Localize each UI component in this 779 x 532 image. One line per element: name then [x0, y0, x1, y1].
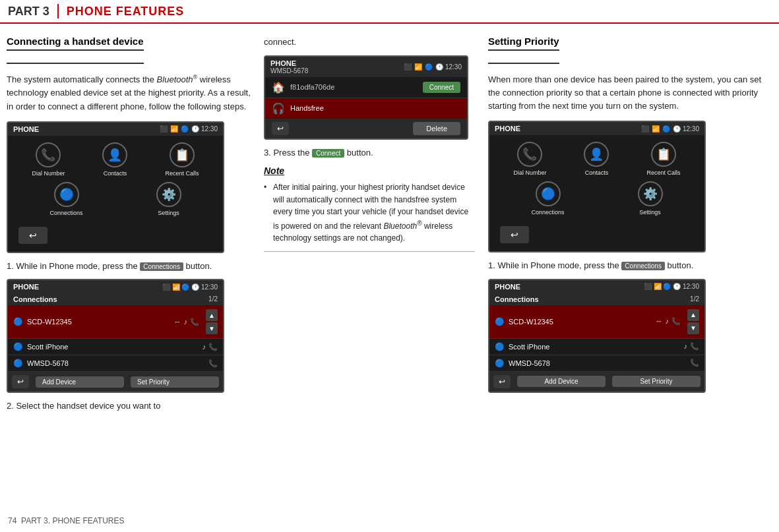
handsfree-label: Handsfree [290, 104, 460, 112]
add-device-button-1[interactable]: Add Device [36, 376, 124, 388]
phone-screen-1: PHONE ⬛ 📶 🔵 🕐 12:30 📞 Dial Number 👤 Cont… [7, 121, 224, 253]
step-2-text: 2. Select the handset device you want to [7, 399, 251, 413]
device-name-5-2: Scott iPhone [509, 343, 680, 351]
bt-icon-5-1: 🔵 [495, 317, 505, 326]
right-body-text: When more than one device has been paire… [488, 73, 772, 113]
right-section-heading: Setting Priority [488, 36, 559, 51]
right-step-1-text: 1. While in Phone mode, press the Connec… [488, 259, 772, 272]
settings-icon-item-4: ⚙️ Settings [638, 181, 663, 216]
phone-bottom-row-1: 🔵 Connections ⚙️ Settings [8, 179, 223, 222]
phone-icon-row-4: 📞 Dial Number 👤 Contacts 📋 Recent Calls [489, 135, 704, 179]
device-name-5-3: WMSD-5678 [509, 359, 686, 367]
settings-icon: ⚙️ [156, 182, 181, 207]
connections-list-5: 🔵 SCD-W12345 ↔♪📞 ▲ ▼ 🔵 Scott iPhone ♪ [489, 305, 704, 372]
header-divider [57, 4, 59, 18]
connections-topbar-5: PHONE ⬛ 📶 🔵 🕐 12:30 [489, 280, 704, 293]
connections-back-button-5[interactable]: ↩ [493, 375, 511, 388]
page-footer: 74 PART 3. PHONE FEATURES [8, 516, 125, 525]
bt-icon-5-3: 🔵 [495, 359, 505, 368]
set-priority-button-1[interactable]: Set Priority [131, 376, 219, 388]
connect-back-button[interactable]: ↩ [272, 122, 289, 135]
delete-button[interactable]: Delete [413, 122, 460, 135]
connections-bottom-bar-5: ↩ Add Device Set Priority [489, 372, 704, 392]
recent-calls-icon-item-4: 📋 Recent Calls [646, 142, 680, 176]
scroll-up-5[interactable]: ▲ [687, 309, 699, 321]
center-column: connect. PHONE WMSD-5678 ⬛📶🔵🕐 12:30 🏠 f8… [257, 36, 482, 419]
set-priority-button-5[interactable]: Set Priority [612, 376, 701, 387]
handsfree-row: 🎧 Handsfree [265, 98, 467, 119]
connect-badge: Connect [312, 149, 344, 158]
scroll-down-5[interactable]: ▼ [687, 322, 699, 334]
phone-bottom-row-4: 🔵 Connections ⚙️ Settings [489, 179, 704, 221]
settings-icon-4: ⚙️ [638, 181, 663, 206]
recent-calls-icon-4: 📋 [651, 142, 676, 167]
home-icon: 🏠 [272, 81, 285, 94]
phone-back-button-1: ↩ [18, 227, 47, 244]
phone-topbar-4: PHONE ⬛📶🔵🕐 12:30 [489, 122, 704, 135]
right-column: Setting Priority When more than one devi… [482, 36, 772, 419]
step-1-text: 1. While in Phone mode, press the Connec… [7, 260, 251, 273]
recent-calls-icon: 📋 [170, 142, 195, 167]
left-body-text: The system automatically connects the Bl… [7, 73, 251, 113]
phone-screen-2: PHONE ⬛ 📶 🔵 🕐 12:30 Connections 1/2 🔵 SC… [7, 279, 224, 393]
device-name-3: WMSD-5678 [27, 359, 204, 367]
dial-number-icon-item: 📞 Dial Number [32, 142, 65, 177]
connections-bottom-bar-1: ↩ Add Device Set Priority [8, 372, 223, 392]
bt-icon-1: 🔵 [13, 317, 23, 326]
note-item: After initial pairing, your highest prio… [264, 181, 475, 245]
dial-number-icon-item-4: 📞 Dial Number [513, 142, 546, 176]
connections-icon-4: 🔵 [536, 181, 561, 206]
bt-icon-5-2: 🔵 [495, 342, 505, 351]
device-icons-1: ↔♪📞 [174, 318, 200, 326]
device-icons-5-2: ♪📞 [684, 342, 700, 351]
bt-icon-3: 🔵 [13, 359, 23, 368]
device-icons-5-3: 📞 [690, 359, 699, 367]
dial-number-icon: 📞 [36, 142, 61, 167]
scroll-up-1[interactable]: ▲ [206, 309, 218, 321]
connections-icon-item-1: 🔵 Connections [49, 182, 82, 216]
main-content: Connecting a handset device The system a… [0, 24, 779, 426]
connections-icon-item-4: 🔵 Connections [531, 181, 564, 216]
step-3-text: 3. Press the Connect button. [264, 146, 475, 160]
recent-calls-icon-item: 📋 Recent Calls [165, 142, 199, 177]
phone-screen-3: PHONE WMSD-5678 ⬛📶🔵🕐 12:30 🏠 f81odfa706d… [264, 55, 468, 140]
connections-badge-1: Connections [140, 262, 183, 271]
device-name-2: Scott iPhone [27, 343, 199, 351]
scroll-arrows-5: ▲ ▼ [687, 309, 699, 335]
phone-back-button-4: ↩ [500, 226, 529, 243]
bt-icon-2: 🔵 [13, 342, 23, 351]
device-name-1: SCD-W12345 [27, 318, 170, 326]
connect-intro-text: connect. [264, 36, 475, 49]
contacts-icon-item-4: 👤 Contacts [584, 142, 609, 176]
scroll-arrows-1: ▲ ▼ [206, 309, 218, 335]
note-section: Note After initial pairing, your highest… [264, 165, 475, 252]
device-name-5-1: SCD-W12345 [509, 318, 652, 326]
connections-badge-2: Connections [621, 262, 665, 270]
connections-topbar: PHONE ⬛ 📶 🔵 🕐 12:30 [8, 280, 223, 293]
scroll-down-1[interactable]: ▼ [206, 322, 218, 334]
device-icons-3: 📞 [208, 359, 218, 368]
left-column: Connecting a handset device The system a… [7, 36, 257, 419]
connections-icon: 🔵 [54, 182, 79, 207]
page-header: PART 3 PHONE FEATURES [0, 0, 779, 24]
dial-number-icon-4: 📞 [517, 142, 542, 167]
connections-back-button[interactable]: ↩ [12, 375, 29, 388]
phone-screen-5: PHONE ⬛ 📶 🔵 🕐 12:30 Connections 1/2 🔵 SC… [488, 279, 706, 393]
connect-button[interactable]: Connect [423, 82, 460, 93]
header-part: PART 3 [8, 5, 49, 18]
connect-device-row: 🏠 f81odfa706de Connect [265, 77, 467, 98]
contacts-icon: 👤 [102, 142, 127, 167]
left-section-heading: Connecting a handset device [7, 36, 144, 51]
device-icons-2: ♪📞 [203, 343, 218, 351]
phone-screen-4: PHONE ⬛📶🔵🕐 12:30 📞 Dial Number 👤 Contact… [488, 121, 706, 252]
note-heading: Note [264, 165, 475, 176]
header-title: PHONE FEATURES [67, 5, 185, 18]
handsfree-icon: 🎧 [272, 102, 285, 115]
phone-icon-row-1: 📞 Dial Number 👤 Contacts 📋 Recent Calls [8, 136, 223, 179]
device-icons-5-1: ↔♪📞 [656, 317, 681, 326]
add-device-button-5[interactable]: Add Device [517, 376, 606, 387]
contacts-icon-4: 👤 [584, 142, 609, 167]
device-id: f81odfa706de [290, 83, 418, 91]
settings-icon-item-1: ⚙️ Settings [156, 182, 181, 216]
phone-topbar-1: PHONE ⬛ 📶 🔵 🕐 12:30 [8, 123, 223, 136]
